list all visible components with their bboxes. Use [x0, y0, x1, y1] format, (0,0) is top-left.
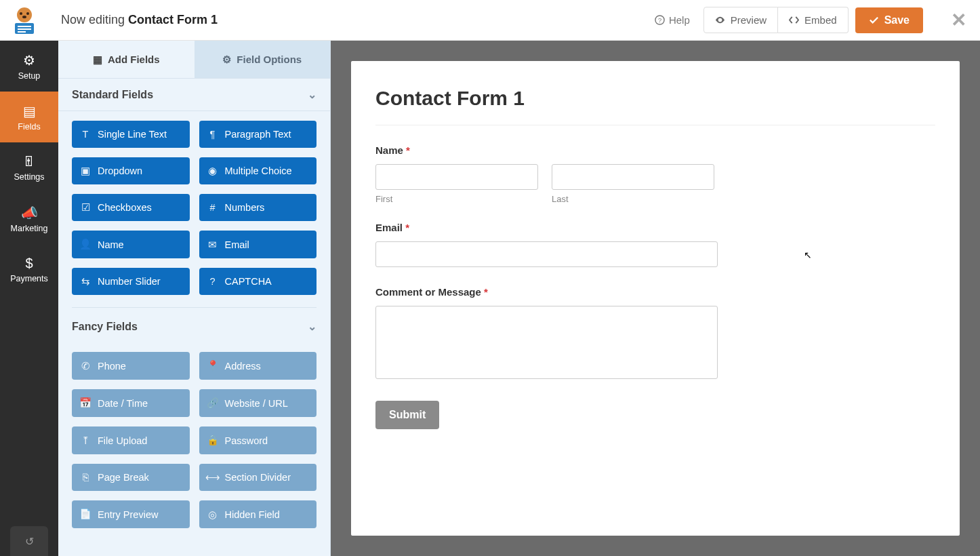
section-fancy-label: Fancy Fields — [72, 321, 138, 333]
svg-point-1 — [20, 12, 22, 15]
message-label-text: Comment or Message — [375, 286, 481, 298]
title-divider — [375, 125, 935, 125]
preview-label: Preview — [731, 14, 767, 26]
field-label: Number Slider — [98, 276, 161, 287]
editing-prefix: Now editing — [61, 13, 128, 26]
nav-setup[interactable]: ⚙Setup — [0, 41, 58, 92]
field-icon: 👤 — [80, 239, 91, 250]
field-checkboxes[interactable]: ☑Checkboxes — [72, 194, 190, 221]
undo-icon: ↺ — [25, 535, 34, 548]
field-label: Name — [98, 239, 124, 250]
field-password[interactable]: 🔒Password — [199, 426, 317, 454]
last-name-input[interactable] — [552, 164, 714, 190]
field-captcha[interactable]: ?CAPTCHA — [199, 268, 317, 295]
form-canvas-area: Contact Form 1 Name * First Last Email *… — [331, 41, 980, 556]
nav-payments-label: Payments — [10, 274, 48, 283]
field-section-divider[interactable]: ⟷Section Divider — [199, 464, 317, 491]
nav-payments[interactable]: $Payments — [0, 244, 58, 295]
tab-add-fields[interactable]: ▦Add Fields — [58, 41, 195, 78]
field-icon: ✆ — [80, 361, 91, 372]
check-icon — [869, 15, 879, 25]
name-field-label[interactable]: Name * — [375, 144, 935, 156]
field-icon: ¶ — [207, 129, 218, 140]
name-label-text: Name — [375, 144, 403, 156]
field-label: Password — [225, 435, 268, 446]
panel-icon: ▦ — [93, 54, 102, 66]
field-icon: 📍 — [207, 360, 218, 372]
field-address[interactable]: 📍Address — [199, 352, 317, 380]
nav-marketing-label: Marketing — [11, 224, 48, 233]
tab-add-label: Add Fields — [108, 54, 160, 65]
section-standard-label: Standard Fields — [72, 89, 153, 101]
fields-sidebar: ▦Add Fields ⚙Field Options Standard Fiel… — [58, 41, 331, 556]
field-dropdown[interactable]: ▣Dropdown — [72, 157, 190, 184]
form-title[interactable]: Contact Form 1 — [375, 87, 935, 110]
preview-button[interactable]: Preview — [703, 7, 778, 33]
nav-marketing[interactable]: 📣Marketing — [0, 193, 58, 244]
required-asterisk: * — [484, 286, 488, 298]
field-label: Address — [225, 361, 261, 372]
revert-button[interactable]: ↺ — [10, 526, 48, 556]
gear-icon: ⚙ — [23, 52, 35, 68]
help-link[interactable]: ? Help — [655, 14, 690, 26]
field-icon: 📅 — [80, 397, 91, 409]
svg-point-2 — [26, 12, 29, 15]
field-label: Checkboxes — [98, 202, 152, 213]
field-hidden-field[interactable]: ◎Hidden Field — [199, 500, 317, 528]
nav-settings-label: Settings — [14, 172, 44, 182]
submit-button[interactable]: Submit — [375, 401, 439, 429]
field-icon: 🔗 — [207, 397, 218, 409]
field-file-upload[interactable]: ⤒File Upload — [72, 426, 190, 454]
nav-settings[interactable]: 🎚Settings — [0, 142, 58, 193]
svg-point-0 — [17, 7, 32, 22]
first-name-input[interactable] — [375, 164, 538, 190]
field-label: Single Line Text — [98, 129, 167, 140]
message-textarea[interactable] — [375, 306, 718, 379]
dollar-icon: $ — [25, 256, 33, 271]
field-icon: ⟷ — [207, 472, 218, 483]
section-standard-fields[interactable]: Standard Fields ⌄ — [58, 79, 330, 111]
field-email[interactable]: ✉Email — [199, 231, 317, 258]
field-icon: ☑ — [80, 202, 91, 213]
field-page-break[interactable]: ⎘Page Break — [72, 464, 190, 491]
message-field-label[interactable]: Comment or Message * — [375, 286, 935, 298]
field-label: Phone — [98, 361, 126, 372]
sliders-icon: ⚙ — [222, 54, 231, 66]
field-icon: ⎘ — [80, 472, 91, 483]
field-phone[interactable]: ✆Phone — [72, 352, 190, 380]
field-label: Hidden Field — [225, 509, 280, 520]
editing-form-name: Contact Form 1 — [128, 13, 218, 26]
section-fancy-fields[interactable]: Fancy Fields ⌄ — [58, 311, 330, 342]
section-divider — [72, 307, 317, 308]
field-label: Dropdown — [98, 165, 142, 176]
field-number-slider[interactable]: ⇆Number Slider — [72, 268, 190, 295]
tab-field-options[interactable]: ⚙Field Options — [195, 41, 331, 78]
field-website-url[interactable]: 🔗Website / URL — [199, 389, 317, 417]
field-icon: ✉ — [207, 239, 218, 250]
field-paragraph-text[interactable]: ¶Paragraph Text — [199, 121, 317, 148]
email-input[interactable] — [375, 241, 718, 267]
bullhorn-icon: 📣 — [21, 205, 38, 221]
field-entry-preview[interactable]: 📄Entry Preview — [72, 500, 190, 528]
field-icon: ◎ — [207, 509, 218, 520]
close-button[interactable]: ✕ — [946, 9, 971, 31]
field-name[interactable]: 👤Name — [72, 231, 190, 258]
field-label: Multiple Choice — [225, 165, 292, 176]
nav-fields[interactable]: ▤Fields — [0, 92, 58, 142]
required-asterisk: * — [405, 222, 409, 233]
email-field-label[interactable]: Email * — [375, 222, 935, 233]
email-label-text: Email — [375, 222, 403, 233]
now-editing-label: Now editing Contact Form 1 — [61, 13, 218, 27]
field-multiple-choice[interactable]: ◉Multiple Choice — [199, 157, 317, 184]
field-label: Paragraph Text — [225, 129, 291, 140]
field-icon: ◉ — [207, 165, 218, 176]
field-single-line-text[interactable]: TSingle Line Text — [72, 121, 190, 148]
field-numbers[interactable]: #Numbers — [199, 194, 317, 221]
save-button[interactable]: Save — [855, 7, 923, 33]
form-canvas[interactable]: Contact Form 1 Name * First Last Email *… — [351, 61, 960, 536]
nav-fields-label: Fields — [18, 122, 40, 132]
embed-button[interactable]: Embed — [778, 7, 849, 33]
nav-setup-label: Setup — [18, 71, 41, 81]
field-date-time[interactable]: 📅Date / Time — [72, 389, 190, 417]
field-label: Website / URL — [225, 398, 288, 409]
